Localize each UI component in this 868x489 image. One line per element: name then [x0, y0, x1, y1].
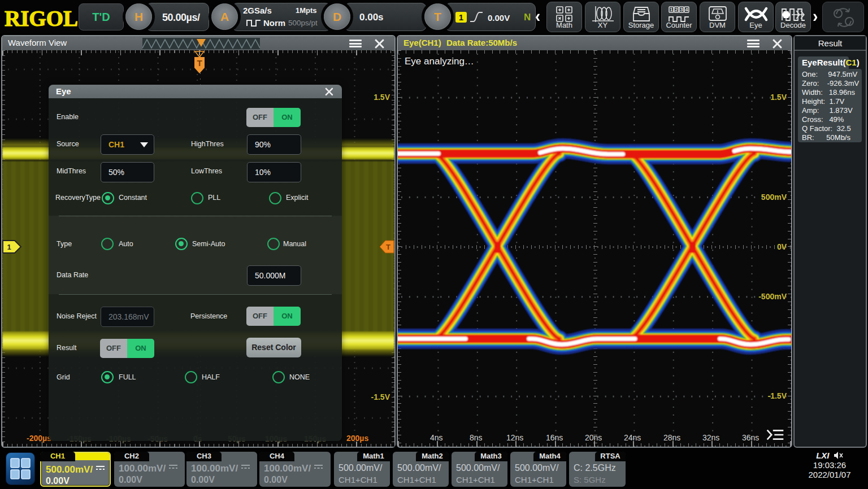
svg-text:T: T: [197, 58, 202, 68]
svg-text:3: 3: [680, 7, 683, 12]
svg-text:4: 4: [685, 7, 688, 12]
svg-text:1: 1: [7, 243, 11, 251]
svg-text:1: 1: [670, 7, 672, 12]
svg-text:T: T: [386, 243, 390, 251]
svg-text:2: 2: [675, 7, 678, 12]
